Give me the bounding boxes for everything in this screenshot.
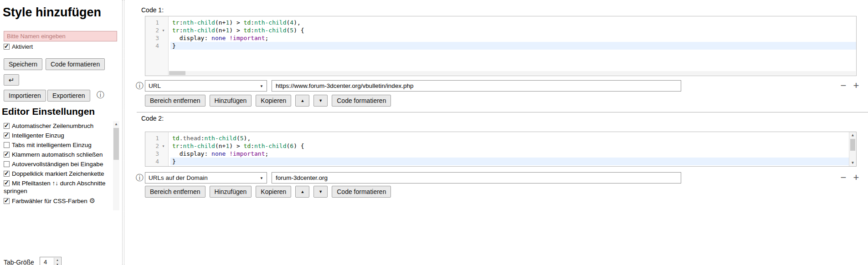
horizontal-scrollbar[interactable]: [169, 71, 856, 75]
code-text[interactable]: tr:nth-child(n+1) > td:nth-child(6) {: [170, 142, 856, 150]
info-icon[interactable]: ⓘ: [136, 174, 144, 182]
code-token: ) >: [229, 143, 243, 149]
remove-section-button[interactable]: Bereich entfernen: [145, 95, 205, 107]
info-icon[interactable]: ⓘ: [136, 82, 144, 90]
format-code-button-sidebar[interactable]: Code formatieren: [46, 58, 105, 70]
enabled-label: Aktiviert: [12, 43, 33, 50]
code-line[interactable]: 2▾tr:nth-child(n+1) > td:nth-child(5) {: [145, 26, 856, 34]
editor-setting-row[interactable]: Mit Pfeiltasten ↑↓ durch Abschnitte spri…: [4, 179, 112, 195]
code-text[interactable]: tr:nth-child(n+1) > td:nth-child(5) {: [170, 26, 856, 34]
setting-label: Tabs mit intelligentem Einzug: [12, 142, 92, 148]
move-up-button[interactable]: ▲: [295, 186, 309, 198]
scrollbar-thumb[interactable]: [169, 71, 185, 75]
code-line[interactable]: 1td.thead:nth-child(5),: [145, 134, 856, 142]
editor-setting-row[interactable]: Intelligenter Einzug: [4, 132, 112, 139]
scrollbar-thumb[interactable]: [113, 128, 119, 160]
code-token: 5: [290, 27, 293, 34]
remove-section-button[interactable]: Bereich entfernen: [145, 186, 205, 198]
scroll-up-icon[interactable]: ▲: [849, 132, 856, 138]
fold-arrow-icon[interactable]: ▾: [159, 26, 168, 34]
tab-size-input[interactable]: 4 ▲ ▼: [40, 257, 62, 265]
applies-to-type-select[interactable]: URL ▼: [145, 80, 267, 92]
setting-label: Doppelklick markiert Zeichenkette: [12, 170, 104, 177]
spin-down-icon[interactable]: ▼: [54, 262, 61, 265]
sidebar-resizer[interactable]: [122, 0, 124, 265]
enabled-checkbox-row[interactable]: Aktiviert: [4, 43, 33, 50]
setting-checkbox[interactable]: [4, 171, 10, 177]
gear-icon[interactable]: ⚙: [89, 197, 95, 204]
enabled-checkbox[interactable]: [4, 44, 10, 50]
move-down-button[interactable]: ▼: [313, 95, 328, 107]
add-section-button[interactable]: Hinzufügen: [210, 186, 252, 198]
editor-setting-row[interactable]: Klammern automatisch schließen: [4, 151, 112, 158]
format-code-button[interactable]: Code formatieren: [332, 95, 391, 107]
gutter-cell: 4: [145, 42, 170, 50]
export-button[interactable]: Exportieren: [47, 90, 90, 102]
info-icon[interactable]: ⓘ: [97, 91, 104, 99]
copy-section-button[interactable]: Kopieren: [256, 95, 291, 107]
code-editor-1[interactable]: 1tr:nth-child(n+1) > td:nth-child(4),2▾t…: [145, 16, 857, 76]
code-token: }: [172, 42, 176, 49]
code-text[interactable]: tr:nth-child(n+1) > td:nth-child(4),: [170, 19, 856, 26]
return-button[interactable]: ↵: [4, 74, 19, 86]
code-token: .thead: [180, 135, 201, 142]
editor-setting-row[interactable]: Farbwähler für CSS-Farben⚙: [4, 197, 112, 205]
code-line[interactable]: 3 display: none !important;: [145, 150, 856, 158]
code-editor-2[interactable]: 1td.thead:nth-child(5),2▾tr:nth-child(n+…: [145, 132, 857, 167]
scrollbar-thumb[interactable]: [850, 139, 855, 151]
applies-to-type-select[interactable]: URLs auf der Domain ▼: [145, 172, 267, 183]
applies-to-value-input[interactable]: [272, 80, 681, 92]
add-applies-button[interactable]: +: [850, 80, 862, 92]
applies-to-value-input[interactable]: [272, 172, 681, 183]
save-button[interactable]: Speichern: [4, 58, 42, 70]
import-button[interactable]: Importieren: [4, 90, 46, 102]
spinner-arrows[interactable]: ▲ ▼: [54, 258, 61, 265]
code-text[interactable]: display: none !important;: [170, 34, 856, 42]
style-name-input[interactable]: [4, 31, 117, 41]
code-token: ),: [293, 19, 301, 26]
code-text[interactable]: }: [170, 158, 856, 165]
remove-applies-button[interactable]: −: [837, 172, 849, 183]
line-number: 1: [145, 19, 159, 26]
code-token: nth-child: [204, 135, 236, 142]
scroll-up-icon[interactable]: ▲: [113, 121, 119, 127]
spin-up-icon[interactable]: ▲: [54, 258, 61, 262]
fold-spacer: [159, 158, 168, 165]
scroll-down-icon[interactable]: ▼: [849, 160, 856, 166]
code-line[interactable]: 1tr:nth-child(n+1) > td:nth-child(4),: [145, 19, 856, 26]
editor-setting-row[interactable]: Autovervollständigen bei Eingabe: [4, 160, 112, 168]
editor-setting-row[interactable]: Doppelklick markiert Zeichenkette: [4, 170, 112, 178]
code-text[interactable]: display: none !important;: [170, 150, 856, 158]
move-up-button[interactable]: ▲: [295, 95, 309, 107]
copy-section-button[interactable]: Kopieren: [256, 186, 291, 198]
code-line[interactable]: 4}: [145, 158, 856, 165]
add-applies-button[interactable]: +: [850, 172, 862, 183]
code-text[interactable]: td.thead:nth-child(5),: [170, 134, 856, 142]
fold-arrow-icon[interactable]: ▾: [159, 142, 168, 150]
code-line[interactable]: 3 display: none !important;: [145, 34, 856, 42]
setting-checkbox[interactable]: [4, 198, 10, 204]
remove-applies-button[interactable]: −: [837, 80, 849, 92]
editor-setting-row[interactable]: Tabs mit intelligentem Einzug: [4, 141, 112, 149]
format-code-button[interactable]: Code formatieren: [332, 186, 391, 198]
code-line[interactable]: 2▾tr:nth-child(n+1) > td:nth-child(6) {: [145, 142, 856, 150]
add-section-button[interactable]: Hinzufügen: [210, 95, 252, 107]
chevron-down-icon: ▼: [260, 84, 263, 88]
setting-checkbox[interactable]: [4, 152, 10, 158]
editor-setting-row[interactable]: Automatischer Zeilenumbruch: [4, 122, 112, 130]
setting-checkbox[interactable]: [4, 132, 10, 138]
code-token: nth-child: [254, 143, 286, 149]
code-token: (n+: [215, 143, 226, 149]
vertical-scrollbar[interactable]: ▲ ▼: [849, 132, 856, 166]
move-down-button[interactable]: ▼: [313, 186, 328, 198]
setting-checkbox[interactable]: [4, 180, 10, 186]
code-token: (n+: [215, 27, 226, 34]
code-token: td: [244, 143, 251, 149]
setting-checkbox[interactable]: [4, 161, 10, 167]
setting-checkbox[interactable]: [4, 123, 10, 129]
setting-checkbox[interactable]: [4, 142, 10, 148]
sidebar-scrollbar[interactable]: ▲: [113, 121, 119, 210]
code-text[interactable]: }: [170, 42, 856, 50]
code-line[interactable]: 4}: [145, 42, 856, 50]
code-token: :: [204, 150, 211, 157]
